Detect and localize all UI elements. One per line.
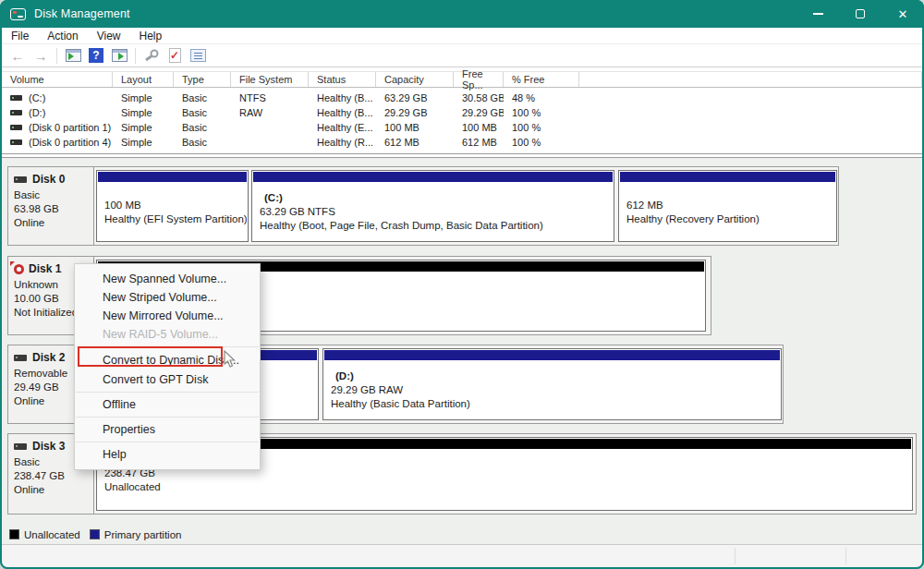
disk-error-icon: [14, 264, 24, 274]
properties-list-icon: [190, 49, 206, 62]
show-action-pane-button[interactable]: [109, 46, 129, 66]
table-row[interactable]: (C:) Simple Basic NTFS Healthy (B... 63.…: [2, 91, 922, 105]
disk0-panel[interactable]: Disk 0 Basic 63.98 GB Online: [8, 167, 94, 245]
cell-status: Healthy (E...: [309, 120, 376, 135]
partition-bar: [324, 350, 780, 360]
maximize-icon: [856, 9, 865, 18]
menu-item-new-mirrored-volume[interactable]: New Mirrored Volume...: [75, 307, 260, 325]
menu-item-new-raid5-volume: New RAID-5 Volume...: [75, 325, 260, 344]
cell-layout: Simple: [113, 120, 174, 135]
column-header-type[interactable]: Type: [174, 72, 231, 87]
disk-name: Disk 2: [32, 351, 65, 364]
column-header-pct-free[interactable]: % Free: [504, 72, 579, 87]
column-header-layout[interactable]: Layout: [113, 72, 174, 87]
maximize-button[interactable]: [839, 0, 881, 28]
partition-title: (C:): [260, 191, 613, 205]
column-header-volume[interactable]: Volume: [2, 72, 113, 87]
show-console-tree-button[interactable]: [63, 46, 83, 66]
column-header-file-system[interactable]: File System: [231, 72, 309, 87]
cell-pct-free: 100 %: [504, 135, 579, 150]
status-bar: [2, 545, 922, 567]
volume-table-header: Volume Layout Type File System Status Ca…: [2, 71, 922, 88]
menu-file[interactable]: File: [2, 30, 38, 42]
table-row[interactable]: (Disk 0 partition 1) Simple Basic Health…: [2, 120, 922, 135]
column-header-status[interactable]: Status: [309, 72, 376, 87]
legend: Unallocated Primary partition: [2, 525, 922, 545]
partition-d[interactable]: (D:) 29.29 GB RAW Healthy (Basic Data Pa…: [322, 348, 782, 420]
cell-volume: (D:): [29, 107, 45, 118]
menu-item-new-spanned-volume[interactable]: New Spanned Volume...: [75, 270, 260, 288]
menu-item-new-striped-volume[interactable]: New Striped Volume...: [75, 288, 260, 307]
menu-view[interactable]: View: [88, 30, 130, 42]
disk-icon: [14, 176, 27, 183]
cell-capacity: 100 MB: [376, 120, 454, 135]
back-button[interactable]: ←: [7, 46, 28, 66]
toolbar-separator: [135, 48, 136, 64]
cell-free-space: 612 MB: [454, 135, 504, 150]
menu-separator: [76, 442, 259, 442]
menu-item-help[interactable]: Help: [75, 445, 260, 464]
cell-layout: Simple: [113, 91, 174, 105]
cell-free-space: 100 MB: [454, 120, 504, 135]
help-button[interactable]: ?: [86, 46, 106, 66]
partition-efi[interactable]: 100 MB Healthy (EFI System Partition): [96, 170, 249, 242]
cell-pct-free: 100 %: [504, 105, 579, 120]
menu-item-offline[interactable]: Offline: [75, 395, 260, 414]
menu-help[interactable]: Help: [130, 30, 172, 42]
disk-name: Disk 3: [32, 440, 65, 453]
table-row[interactable]: (D:) Simple Basic RAW Healthy (B... 29.2…: [2, 105, 922, 120]
cell-file-system: [231, 135, 309, 150]
column-header-capacity[interactable]: Capacity: [376, 72, 454, 87]
partition-status: Healthy (Recovery Partition): [626, 212, 835, 226]
disk-name: Disk 0: [32, 173, 65, 186]
cell-capacity: 29.29 GB: [376, 105, 454, 120]
cell-file-system: [231, 120, 309, 135]
volume-icon: [10, 125, 22, 130]
partition-bar: [253, 172, 613, 182]
partition-c[interactable]: (C:) 63.29 GB NTFS Healthy (Boot, Page F…: [251, 170, 614, 242]
tool-icon: [143, 48, 160, 63]
window-controls: ✕: [796, 0, 924, 28]
cell-capacity: 612 MB: [376, 135, 454, 150]
partition-status: Healthy (Basic Data Partition): [331, 397, 780, 411]
minimize-button[interactable]: [796, 0, 839, 28]
partition-status: Healthy (Boot, Page File, Crash Dump, Ba…: [260, 219, 613, 233]
cell-volume: (C:): [29, 92, 45, 103]
menu-action[interactable]: Action: [38, 30, 87, 42]
cell-status: Healthy (B...: [309, 91, 376, 105]
partition-title: (D:): [331, 369, 780, 383]
menu-separator: [76, 392, 259, 393]
menu-bar: File Action View Help: [2, 28, 922, 44]
partition-size: 612 MB: [626, 199, 835, 212]
volume-icon: [10, 139, 22, 145]
toolbar: ← → ? ✓: [2, 44, 922, 67]
partition-bar: [620, 172, 835, 182]
action-pane-icon: [112, 49, 128, 62]
menu-item-properties[interactable]: Properties: [75, 420, 260, 439]
partition-recovery[interactable]: 612 MB Healthy (Recovery Partition): [618, 170, 837, 242]
forward-button[interactable]: →: [30, 46, 51, 66]
cell-status: Healthy (R...: [309, 135, 376, 150]
table-row[interactable]: (Disk 0 partition 4) Simple Basic Health…: [2, 135, 922, 150]
forward-arrow-icon: →: [34, 49, 48, 63]
statusbar-divider: [845, 548, 846, 564]
disk-type: Basic: [14, 188, 93, 202]
partition-status: Unallocated: [104, 480, 911, 494]
tools-button[interactable]: [141, 46, 162, 66]
cell-type: Basic: [174, 120, 231, 135]
disk-icon: [14, 355, 27, 361]
cell-pct-free: 48 %: [504, 91, 579, 105]
partition-size: 63.29 GB NTFS: [260, 205, 613, 219]
toolbar-separator: [56, 48, 57, 64]
close-button[interactable]: ✕: [881, 0, 924, 28]
column-header-free-space[interactable]: Free Sp...: [454, 72, 504, 87]
disk-name: Disk 1: [29, 262, 61, 275]
primary-partition-swatch: [90, 529, 100, 539]
properties-button[interactable]: [188, 46, 208, 66]
cell-free-space: 30.58 GB: [454, 91, 504, 105]
annotation-highlight-box: [78, 346, 223, 367]
cell-volume: (Disk 0 partition 4): [29, 137, 111, 148]
menu-item-convert-to-gpt-disk[interactable]: Convert to GPT Disk: [75, 370, 260, 389]
check-disk-button[interactable]: ✓: [164, 46, 185, 66]
console-tree-icon: [66, 49, 81, 62]
